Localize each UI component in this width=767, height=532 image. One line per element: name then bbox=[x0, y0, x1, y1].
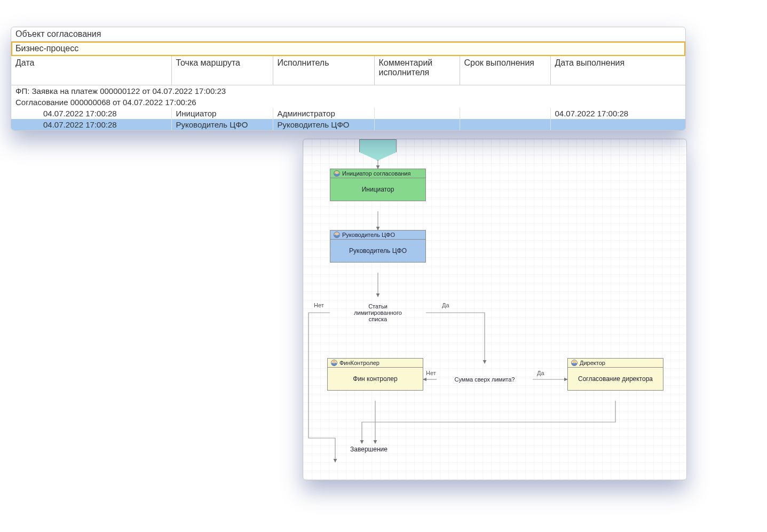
approval-grid: Дата Точка маршрута Исполнитель Коммента… bbox=[11, 56, 685, 130]
node-body: Согласование директора bbox=[568, 368, 663, 390]
node-title: Руководитель ЦФО bbox=[330, 231, 425, 240]
edge-label-no: Нет bbox=[314, 302, 324, 308]
cell-point: Инициатор bbox=[171, 108, 273, 119]
node-initiator[interactable]: Инициатор согласования Инициатор bbox=[330, 169, 426, 201]
node-title-text: Директор bbox=[580, 360, 605, 366]
node-title: Инициатор согласования bbox=[330, 169, 425, 178]
node-title-text: Руководитель ЦФО bbox=[342, 232, 395, 238]
col-date[interactable]: Дата bbox=[11, 56, 171, 85]
cell-done bbox=[550, 119, 685, 130]
node-title-text: ФинКонтролер bbox=[339, 360, 379, 366]
user-icon bbox=[331, 360, 337, 366]
cell-comment bbox=[374, 108, 460, 119]
subgroup-row[interactable]: Согласование 000000068 от 04.07.2022 17:… bbox=[11, 97, 685, 108]
col-due[interactable]: Срок выполнения bbox=[460, 56, 550, 85]
node-title: ФинКонтролер bbox=[328, 359, 423, 368]
table-row[interactable]: 04.07.2022 17:00:28 Руководитель ЦФО Рук… bbox=[11, 119, 685, 130]
decision-text: Статьи лимитированного списка bbox=[330, 303, 426, 322]
group-row[interactable]: ФП: Заявка на платеж 000000122 от 04.07.… bbox=[11, 85, 685, 97]
node-body: Руководитель ЦФО bbox=[330, 240, 425, 262]
edge-label-no: Нет bbox=[426, 370, 436, 376]
node-manager[interactable]: Руководитель ЦФО Руководитель ЦФО bbox=[330, 230, 426, 263]
node-director[interactable]: Директор Согласование директора bbox=[567, 358, 663, 391]
col-executor[interactable]: Исполнитель bbox=[273, 56, 374, 85]
start-node[interactable] bbox=[359, 139, 397, 161]
cell-comment bbox=[374, 119, 460, 130]
decision-limited-list[interactable]: Статьи лимитированного списка bbox=[330, 297, 426, 329]
node-title: Директор bbox=[568, 359, 663, 368]
cell-due bbox=[460, 119, 550, 130]
user-icon bbox=[334, 232, 340, 238]
cell-executor: Руководитель ЦФО bbox=[273, 119, 374, 130]
edge-label-yes: Да bbox=[442, 302, 449, 308]
subgroup-row-text: Согласование 000000068 от 04.07.2022 17:… bbox=[11, 97, 685, 108]
cell-executor: Администратор bbox=[273, 108, 374, 119]
col-route-point[interactable]: Точка маршрута bbox=[171, 56, 273, 85]
user-icon bbox=[571, 360, 578, 366]
node-title-text: Инициатор согласования bbox=[342, 170, 410, 177]
col-done[interactable]: Дата выполнения bbox=[550, 56, 685, 85]
decision-text: Сумма сверх лимита? bbox=[440, 376, 530, 383]
end-node[interactable]: Завершение bbox=[337, 443, 401, 463]
cell-date: 04.07.2022 17:00:28 bbox=[11, 108, 171, 119]
cell-date: 04.07.2022 17:00:28 bbox=[11, 119, 171, 130]
end-node-text: Завершение bbox=[350, 446, 388, 453]
header-object: Объект согласования bbox=[11, 27, 685, 42]
cell-due bbox=[460, 108, 550, 119]
edge-label-yes: Да bbox=[537, 370, 544, 376]
group-row-text: ФП: Заявка на платеж 000000122 от 04.07.… bbox=[11, 85, 685, 97]
flowchart-panel[interactable]: Инициатор согласования Инициатор Руковод… bbox=[303, 139, 687, 480]
approval-table-panel: Объект согласования Бизнес-процесс Дата … bbox=[11, 27, 686, 131]
user-icon bbox=[334, 170, 340, 177]
table-row[interactable]: 04.07.2022 17:00:28 Инициатор Администра… bbox=[11, 108, 685, 119]
cell-point: Руководитель ЦФО bbox=[171, 119, 273, 130]
header-process[interactable]: Бизнес-процесс bbox=[11, 42, 685, 56]
decision-over-limit[interactable]: Сумма сверх лимита? bbox=[437, 363, 533, 395]
node-fincontrol[interactable]: ФинКонтролер Фин контролер bbox=[327, 358, 423, 391]
col-comment[interactable]: Комментарий исполнителя bbox=[374, 56, 460, 85]
cell-done: 04.07.2022 17:00:28 bbox=[550, 108, 685, 119]
node-body: Фин контролер bbox=[328, 368, 423, 390]
node-body: Инициатор bbox=[330, 178, 425, 201]
